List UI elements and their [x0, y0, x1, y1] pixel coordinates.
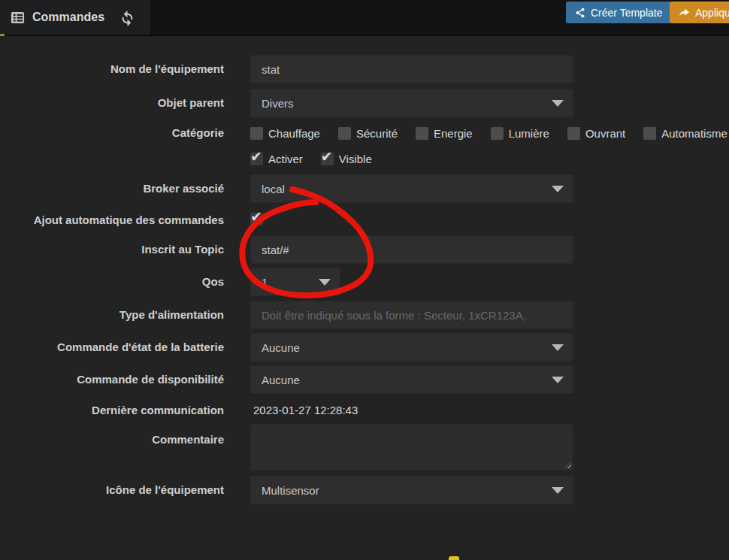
equipment-form: Nom de l'équipement Objet parent Divers … [0, 36, 729, 504]
chevron-down-icon [319, 279, 331, 286]
apply-button[interactable]: Appliquer [670, 2, 729, 23]
green-edge-marker [0, 34, 5, 36]
tab-commandes-label: Commandes [32, 11, 104, 24]
check-icon: ✔ [250, 153, 262, 165]
refresh-icon[interactable] [117, 8, 137, 28]
field-objet-parent: Objet parent Divers [0, 89, 729, 117]
checkbox-label: Visible [339, 153, 372, 165]
checkbox-label: Ouvrant [585, 127, 625, 140]
batterie-label: Commande d'état de la batterie [0, 341, 224, 354]
chevron-down-icon [552, 377, 564, 383]
field-derniere-comm: Dernière communication 2023-01-27 12:28:… [0, 400, 729, 421]
field-nom-equipement: Nom de l'équipement [0, 55, 729, 83]
checkbox-label: Activer [268, 153, 303, 165]
field-batterie: Commande d'état de la batterie Aucune [0, 333, 729, 362]
create-template-button[interactable]: Créer Template [566, 2, 671, 23]
qos-label: Qos [0, 275, 224, 289]
list-icon [11, 11, 25, 25]
check-icon: ✔ [321, 153, 333, 165]
batterie-value: Aucune [262, 341, 300, 354]
checkbox-chauffage[interactable]: Chauffage [250, 127, 320, 140]
field-topic: Inscrit au Topic [0, 235, 729, 264]
broker-select[interactable]: local [250, 174, 573, 203]
broker-value: local [262, 183, 285, 195]
field-icone: Icône de l'équipement Multisensor [0, 476, 729, 504]
field-broker: Broker associé local [0, 174, 729, 203]
objet-parent-select[interactable]: Divers [250, 89, 573, 117]
forward-arrow-icon [679, 7, 690, 18]
derniere-comm-value: 2023-01-27 12:28:43 [250, 404, 358, 416]
checkbox-box[interactable] [416, 127, 428, 140]
categorie-label: Catégorie [0, 126, 224, 140]
create-template-label: Créer Template [591, 7, 662, 19]
objet-parent-value: Divers [262, 97, 294, 110]
disponibilite-value: Aucune [262, 374, 300, 386]
field-disponibilite: Commande de disponibilité Aucune [0, 365, 729, 394]
field-qos: Qos 1 [0, 268, 729, 296]
checkbox-box-checked[interactable]: ✔ [250, 153, 263, 165]
checkbox-lumiere[interactable]: Lumière [491, 127, 549, 140]
checkbox-box[interactable] [567, 127, 580, 140]
checkbox-label: Lumière [509, 127, 549, 140]
top-bar: Commandes Créer Template Appliquer [0, 0, 729, 36]
nom-input[interactable] [250, 55, 573, 83]
checkbox-energie[interactable]: Energie [416, 127, 473, 140]
checkbox-box[interactable] [491, 127, 504, 140]
nom-label: Nom de l'équipement [0, 62, 224, 76]
apply-label: Appliquer [695, 7, 729, 19]
chevron-down-icon [552, 100, 564, 107]
field-categorie: Catégorie Chauffage Sécurité Energie Lum… [0, 123, 729, 143]
disponibilite-label: Commande de disponibilité [0, 373, 224, 386]
checkbox-automatisme[interactable]: Automatisme [643, 127, 727, 140]
commentaire-label: Commentaire [0, 424, 224, 446]
resize-handle[interactable] [564, 462, 571, 468]
field-flags: ✔ Activer ✔ Visible [0, 149, 729, 168]
icone-value: Multisensor [262, 484, 319, 497]
topic-label: Inscrit au Topic [0, 243, 224, 256]
chevron-down-icon [552, 186, 564, 192]
field-commentaire: Commentaire [0, 424, 729, 471]
yellow-cursor-fragment [449, 556, 459, 560]
objet-parent-label: Objet parent [0, 96, 224, 110]
checkbox-ouvrant[interactable]: Ouvrant [567, 127, 625, 140]
checkbox-label: Energie [434, 127, 473, 140]
checkbox-activer[interactable]: ✔ Activer [250, 153, 303, 165]
check-icon: ✔ [250, 208, 262, 226]
checkbox-box[interactable] [338, 127, 351, 140]
chevron-down-icon [552, 344, 564, 351]
disponibilite-select[interactable]: Aucune [250, 365, 573, 394]
checkbox-box-checked[interactable]: ✔ [321, 153, 334, 165]
checkbox-visible[interactable]: ✔ Visible [321, 153, 372, 165]
checkbox-label: Chauffage [268, 127, 320, 140]
ajout-auto-checkbox[interactable]: ✔ [250, 213, 263, 226]
derniere-comm-label: Dernière communication [0, 404, 224, 417]
alimentation-label: Type d'alimentation [0, 308, 224, 322]
icone-select[interactable]: Multisensor [250, 476, 573, 504]
chevron-down-icon [552, 487, 564, 494]
commentaire-textarea[interactable] [250, 424, 573, 471]
ajout-auto-label: Ajout automatique des commandes [0, 213, 224, 227]
checkbox-box[interactable] [250, 127, 263, 140]
qos-value: 1 [262, 276, 268, 289]
checkbox-box[interactable] [643, 127, 656, 140]
qos-select[interactable]: 1 [250, 268, 340, 296]
batterie-select[interactable]: Aucune [250, 333, 573, 362]
checkbox-label: Automatisme [661, 127, 727, 140]
icone-label: Icône de l'équipement [0, 483, 224, 497]
topic-input[interactable] [250, 235, 573, 264]
checkbox-securite[interactable]: Sécurité [338, 127, 398, 140]
alimentation-input[interactable] [250, 301, 573, 329]
field-ajout-auto: Ajout automatique des commandes ✔ [0, 210, 729, 230]
share-nodes-icon [575, 8, 585, 18]
broker-label: Broker associé [0, 182, 224, 195]
field-alimentation: Type d'alimentation [0, 301, 729, 329]
checkbox-label: Sécurité [356, 127, 398, 140]
